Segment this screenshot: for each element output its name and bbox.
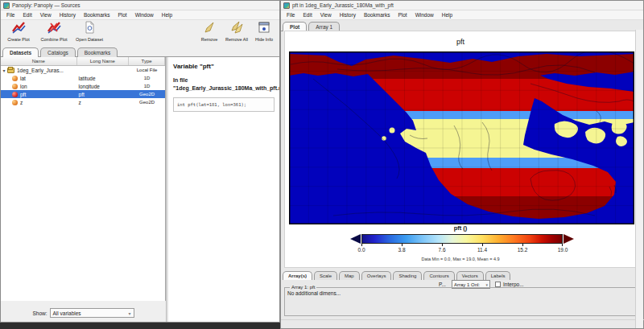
column-header-long-name[interactable]: Long Name	[77, 57, 130, 65]
column-header-name[interactable]: Name	[1, 57, 77, 65]
menu-view[interactable]: View	[316, 12, 336, 18]
tab-shading[interactable]: Shading	[393, 271, 422, 280]
create-plot-icon	[11, 21, 26, 34]
tab-arrays[interactable]: Array(s)	[283, 271, 312, 280]
plot-combo-label: P...	[439, 282, 446, 287]
colorbar-left-arrow	[350, 234, 361, 244]
plot-titlebar[interactable]: pft in 1deg_Early_Jurassic_180Ma_with_pf…	[281, 1, 643, 10]
hide-info-button[interactable]: Hide Info	[250, 20, 278, 42]
in-file-label: In file	[173, 77, 275, 83]
folder-icon	[7, 68, 14, 73]
colorbar-tick: 3.8	[390, 247, 414, 253]
plot-window: pft in 1deg_Early_Jurassic_180Ma_with_pf…	[280, 0, 644, 329]
menu-history[interactable]: History	[336, 12, 360, 18]
tab-bookmarks[interactable]: Bookmarks	[77, 47, 118, 57]
variable-icon	[12, 76, 18, 81]
plot-menubar: File Edit View History Bookmarks Plot Wi…	[281, 10, 643, 20]
menu-edit[interactable]: Edit	[19, 12, 35, 18]
chevron-down-icon: ▾	[485, 282, 488, 287]
open-dataset-icon	[82, 21, 97, 34]
array-group-content: No additional dimens...	[287, 290, 341, 296]
menu-bookmarks[interactable]: Bookmarks	[80, 12, 114, 18]
menu-bookmarks[interactable]: Bookmarks	[360, 12, 394, 18]
dataset-row-lon[interactable]: lon longitude 1D	[1, 82, 165, 90]
pft-world-map	[289, 51, 634, 224]
variable-info-panel: Variable "pft" In file "1deg_Early_Juras…	[168, 57, 279, 322]
panoply-app-icon	[3, 2, 10, 9]
table-header: Name Long Name Type	[1, 57, 165, 66]
array-group-box: Array 1: pft No additional dimens...	[284, 287, 638, 316]
dataset-tree-pane: Name Long Name Type ▾ 1deg_Early_Juras..…	[1, 57, 166, 322]
dataset-row-pft[interactable]: pft pft Geo2D	[1, 90, 165, 98]
colorbar-tick: 15.2	[510, 247, 535, 253]
tab-overlays[interactable]: Overlays	[361, 271, 392, 280]
show-variables-select[interactable]: All variables ▾	[50, 308, 134, 318]
tab-vectors[interactable]: Vectors	[456, 271, 484, 280]
combine-plot-button[interactable]: Combine Plot	[36, 20, 72, 42]
variable-icon	[12, 92, 18, 97]
plot-tabbar: Plot Array 1	[281, 20, 643, 31]
show-filter-row: Show: All variables ▾	[1, 306, 166, 319]
menu-window[interactable]: Window	[411, 12, 438, 18]
tab-datasets[interactable]: Datasets	[2, 47, 39, 57]
sources-window-title: Panoply: Panoply — Sources	[12, 2, 80, 8]
menu-history[interactable]: History	[56, 12, 80, 18]
colorbar-tick: 19.0	[551, 247, 575, 253]
tree-expander-icon[interactable]: ▾	[1, 68, 7, 73]
desktop: Panoply: Panoply — Sources File Edit Vie…	[0, 0, 644, 329]
graticule-grid	[289, 51, 634, 224]
tab-contours[interactable]: Contours	[423, 271, 454, 280]
remove-all-button[interactable]: Remove All	[223, 20, 250, 42]
menu-help[interactable]: Help	[158, 12, 176, 18]
remove-icon	[202, 21, 217, 34]
colorbar-tick: 0.0	[349, 247, 374, 253]
colorbar-tick: 7.6	[430, 247, 454, 253]
data-stats: Data Min = 0.0, Max = 19.0, Mean = 4.9	[285, 257, 636, 261]
file-name: "1deg_Early_Jurassic_180Ma_with_pft.nc"	[173, 85, 275, 91]
menu-edit[interactable]: Edit	[299, 12, 316, 18]
tab-map[interactable]: Map	[339, 271, 360, 280]
show-label: Show:	[32, 310, 47, 316]
scrollbar-strip	[635, 30, 643, 328]
dataset-row-z[interactable]: z z Geo2D	[1, 98, 165, 106]
variable-declaration: int pft(lat=181, lon=361);	[173, 97, 275, 112]
variable-icon	[12, 100, 18, 105]
sources-toolbar: Create Plot Combine Plot Open Dataset	[1, 20, 279, 46]
tab-scale[interactable]: Scale	[314, 271, 337, 280]
dataset-row-lat[interactable]: lat latitude 1D	[1, 74, 165, 82]
combine-plot-icon	[47, 21, 61, 34]
plot-window-title: pft in 1deg_Early_Jurassic_180Ma_with_pf…	[292, 2, 394, 8]
plot-app-icon	[283, 2, 290, 9]
colorbar-gradient	[361, 234, 563, 244]
sources-window: Panoply: Panoply — Sources File Edit Vie…	[0, 0, 280, 323]
sources-menubar: File Edit View History Bookmarks Plot Wi…	[1, 10, 279, 20]
remove-button[interactable]: Remove	[196, 20, 223, 42]
variable-icon	[12, 84, 18, 89]
column-header-type[interactable]: Type	[129, 57, 165, 65]
interpolate-checkbox[interactable]	[495, 282, 501, 287]
tab-labels[interactable]: Labels	[485, 271, 511, 280]
colorbar-right-arrow	[564, 234, 574, 244]
menu-plot[interactable]: Plot	[114, 12, 130, 18]
tab-catalogs[interactable]: Catalogs	[40, 47, 76, 57]
sources-titlebar[interactable]: Panoply: Panoply — Sources	[1, 1, 279, 10]
menu-window[interactable]: Window	[131, 12, 158, 18]
array-group-title: Array 1: pft	[290, 285, 316, 290]
dataset-row-file[interactable]: ▾ 1deg_Early_Juras... Local File	[1, 66, 165, 74]
interpolate-label: Interpo...	[503, 282, 524, 287]
variable-heading: Variable "pft"	[173, 63, 275, 70]
menu-help[interactable]: Help	[438, 12, 456, 18]
menu-view[interactable]: View	[36, 12, 56, 18]
colorbar-tick: 11.4	[470, 247, 494, 253]
remove-all-icon	[229, 21, 244, 34]
menu-file[interactable]: File	[2, 12, 19, 18]
create-plot-button[interactable]: Create Plot	[1, 20, 36, 42]
hide-info-icon	[257, 21, 271, 34]
plot-control-tabs: Array(s) Scale Map Overlays Shading Cont…	[283, 268, 512, 279]
plot-canvas: pft	[284, 31, 637, 268]
menu-file[interactable]: File	[283, 12, 299, 18]
colorbar-label: pft ()	[285, 224, 636, 232]
open-dataset-button[interactable]: Open Dataset	[72, 20, 107, 42]
chevron-down-icon: ▾	[129, 310, 131, 316]
menu-plot[interactable]: Plot	[394, 12, 411, 18]
